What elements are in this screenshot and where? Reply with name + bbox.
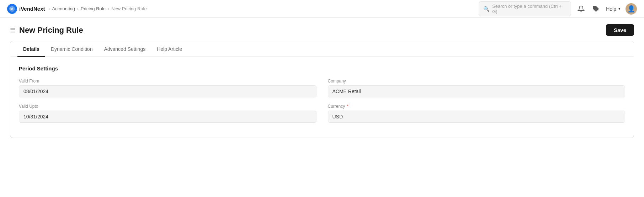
hamburger-icon[interactable]: ☰ <box>10 26 16 34</box>
breadcrumb: › Accounting › Pricing Rule › New Pricin… <box>49 6 147 11</box>
valid-from-group: Valid From <box>19 79 316 97</box>
notifications-button[interactable] <box>576 4 586 14</box>
tab-details[interactable]: Details <box>17 41 45 57</box>
valid-upto-input[interactable] <box>19 111 316 123</box>
help-chevron-icon: ▾ <box>618 6 621 11</box>
company-input[interactable] <box>328 85 626 97</box>
help-button[interactable]: Help ▾ <box>606 6 621 12</box>
currency-group: Currency * <box>328 104 626 123</box>
section-title: Period Settings <box>19 65 625 71</box>
tag-icon <box>592 5 600 12</box>
save-button[interactable]: Save <box>606 24 634 36</box>
tab-advanced-settings[interactable]: Advanced Settings <box>98 41 151 57</box>
form-grid: Valid From Valid Upto Company <box>19 79 625 129</box>
search-placeholder: Search or type a command (Ctrl + G) <box>492 4 566 14</box>
valid-from-input[interactable] <box>19 85 316 97</box>
logo[interactable]: iV iVendNext <box>7 4 45 14</box>
svg-text:iV: iV <box>10 7 14 11</box>
avatar[interactable]: 👤 <box>626 3 637 15</box>
breadcrumb-sep-0: › <box>49 6 50 11</box>
period-settings-section: Period Settings Valid From Valid Upto <box>10 57 634 138</box>
left-column: Valid From Valid Upto <box>19 79 316 129</box>
topnav-right: 🔍 Search or type a command (Ctrl + G) He… <box>479 1 637 16</box>
currency-required-star: * <box>346 104 348 109</box>
valid-from-label: Valid From <box>19 79 316 84</box>
logo-icon: iV <box>7 4 17 14</box>
search-box[interactable]: 🔍 Search or type a command (Ctrl + G) <box>479 1 571 16</box>
tab-dynamic-condition[interactable]: Dynamic Condition <box>45 41 99 57</box>
bell-icon <box>578 5 585 12</box>
avatar-icon: 👤 <box>627 5 635 13</box>
page-title: New Pricing Rule <box>19 26 83 35</box>
company-label: Company <box>328 79 626 84</box>
tag-button[interactable] <box>591 4 601 14</box>
tabs: Details Dynamic Condition Advanced Setti… <box>10 41 634 57</box>
help-label: Help <box>606 6 616 12</box>
valid-upto-group: Valid Upto <box>19 104 316 123</box>
company-group: Company <box>328 79 626 97</box>
breadcrumb-sep-2: › <box>108 6 109 11</box>
currency-input[interactable] <box>328 111 626 123</box>
breadcrumb-accounting[interactable]: Accounting <box>52 6 75 11</box>
main-card: Details Dynamic Condition Advanced Setti… <box>10 41 634 138</box>
top-navigation: iV iVendNext › Accounting › Pricing Rule… <box>0 0 644 18</box>
breadcrumb-pricing-rule[interactable]: Pricing Rule <box>81 6 106 11</box>
valid-upto-label: Valid Upto <box>19 104 316 109</box>
content-area: Details Dynamic Condition Advanced Setti… <box>0 41 644 148</box>
currency-label: Currency * <box>328 104 626 109</box>
breadcrumb-current: New Pricing Rule <box>111 6 147 11</box>
page-header-left: ☰ New Pricing Rule <box>10 26 83 35</box>
search-icon: 🔍 <box>483 6 489 12</box>
breadcrumb-sep-1: › <box>77 6 79 11</box>
page-header: ☰ New Pricing Rule Save <box>0 18 644 41</box>
right-column: Company Currency * <box>328 79 626 129</box>
logo-text: iVendNext <box>19 6 45 12</box>
tab-help-article[interactable]: Help Article <box>151 41 188 57</box>
